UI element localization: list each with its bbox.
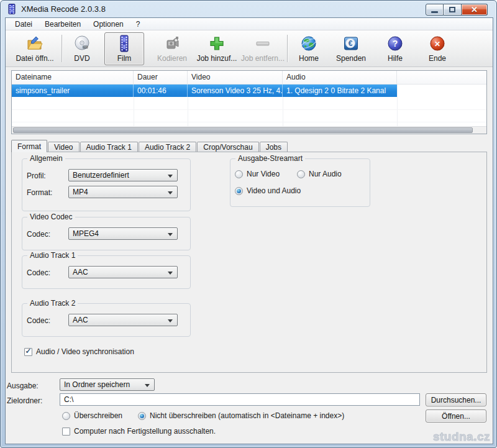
ausgabe-select[interactable]: In Ordner speichern xyxy=(60,378,155,391)
watermark: studna.cz xyxy=(433,430,490,444)
radio-label: Video und Audio xyxy=(247,186,301,195)
ausgabe-value: In Ordner speichern xyxy=(64,380,130,389)
close-button[interactable]: ✕ xyxy=(462,4,488,16)
zielordner-input[interactable]: C:\ xyxy=(60,393,420,406)
maximize-button[interactable] xyxy=(444,4,462,16)
radio-nur-audio[interactable]: Nur Audio xyxy=(297,170,342,178)
dvd-icon: DVD xyxy=(73,35,91,52)
file-list-header: Dateiname Dauer Video Audio xyxy=(12,71,486,85)
tab-video[interactable]: Video xyxy=(48,142,79,152)
toolbar-donate-button[interactable]: € Spenden xyxy=(331,32,371,65)
title-bar[interactable]: XMedia Recode 2.0.3.8 ✕ xyxy=(1,1,496,17)
toolbar-end-button[interactable]: ✕ Ende xyxy=(419,32,455,65)
menu-optionen[interactable]: Optionen xyxy=(88,19,129,30)
radio-video-und-audio[interactable]: Video und Audio xyxy=(235,186,301,195)
window-title: XMedia Recode 2.0.3.8 xyxy=(21,4,106,14)
grid-line xyxy=(12,109,486,110)
format-tab-panel: Allgemein Profil: Benutzerdefiniert Form… xyxy=(11,152,487,373)
toolbar-separator xyxy=(62,35,62,62)
checkbox-icon xyxy=(62,427,70,436)
chevron-down-icon xyxy=(168,319,173,322)
toolbar-button-label: Home xyxy=(299,54,319,63)
av-sync-checkbox[interactable]: Audio / Video synchronisation xyxy=(24,347,134,356)
radio-label: Überschreiben xyxy=(74,411,122,420)
checkbox-label: Computer nach Fertigstellung ausschalten… xyxy=(74,427,216,436)
column-header-video[interactable]: Video xyxy=(188,71,283,84)
radio-ueberschreiben[interactable]: Überschreiben xyxy=(62,411,122,420)
radio-label: Nur Video xyxy=(247,170,280,178)
column-header-dateiname[interactable]: Dateiname xyxy=(12,71,134,84)
radio-nur-video[interactable]: Nur Video xyxy=(235,170,280,178)
tab-audio-track-2[interactable]: Audio Track 2 xyxy=(139,142,196,152)
chevron-down-icon xyxy=(168,191,173,194)
tab-format[interactable]: Format xyxy=(11,140,47,152)
profil-label: Profil: xyxy=(27,171,46,180)
tab-audio-track-1[interactable]: Audio Track 1 xyxy=(80,142,138,152)
radio-icon xyxy=(138,412,146,420)
menu-bar: Datei Bearbeiten Optionen ? xyxy=(6,18,493,30)
shutdown-checkbox[interactable]: Computer nach Fertigstellung ausschalten… xyxy=(62,427,216,436)
toolbar-open-file-button[interactable]: Datei öffn... xyxy=(12,32,58,65)
allgemein-group-title: Allgemein xyxy=(27,154,65,163)
audio-track1-codec-value: AAC xyxy=(73,268,88,277)
scrollbar-thumb[interactable] xyxy=(13,127,473,133)
chevron-down-icon xyxy=(168,175,173,178)
menu-bearbeiten[interactable]: Bearbeiten xyxy=(39,19,86,30)
audio-track2-codec-select[interactable]: AAC xyxy=(68,314,178,326)
zielordner-value: C:\ xyxy=(64,395,73,404)
tab-jobs[interactable]: Jobs xyxy=(260,142,288,152)
close-icon: ✕ xyxy=(471,6,478,14)
ausgabe-label: Ausgabe: xyxy=(7,382,39,390)
column-header-dauer[interactable]: Dauer xyxy=(134,71,188,84)
toolbar-button-label: Kodieren xyxy=(157,54,187,63)
menu-help[interactable]: ? xyxy=(130,19,146,30)
format-label: Format: xyxy=(27,188,52,197)
allgemein-group: Allgemein xyxy=(22,158,191,211)
add-job-icon xyxy=(208,35,226,52)
radio-icon xyxy=(62,412,70,420)
toolbar-encode-button: Kodieren xyxy=(152,32,192,65)
toolbar-help-button[interactable]: ? Hilfe xyxy=(378,32,412,65)
file-row-selected[interactable]: simpsons_trailer 00:01:46 Sorenson Video… xyxy=(12,85,397,97)
svg-text:?: ? xyxy=(393,39,398,48)
checkbox-label: Audio / Video synchronisation xyxy=(36,347,134,356)
toolbar-separator xyxy=(287,35,288,62)
column-header-filler xyxy=(397,71,486,84)
globe-icon xyxy=(300,35,317,52)
minimize-button[interactable] xyxy=(426,4,444,16)
remove-job-icon xyxy=(254,35,271,52)
format-select[interactable]: MP4 xyxy=(68,186,178,198)
column-header-audio[interactable]: Audio xyxy=(283,71,397,84)
radio-icon xyxy=(235,170,243,178)
radio-nicht-ueberschreiben[interactable]: Nicht überschreiben (automatisch in <Dat… xyxy=(138,411,344,420)
grid-line xyxy=(12,122,486,122)
durchsuchen-button[interactable]: Durchsuchen... xyxy=(426,393,486,406)
tab-strip: Format Video Audio Track 1 Audio Track 2… xyxy=(11,140,288,152)
tab-crop-vorschau[interactable]: Crop/Vorschau xyxy=(197,142,258,152)
toolbar-button-label: Job entfern... xyxy=(241,54,285,63)
toolbar-button-label: DVD xyxy=(74,54,89,63)
toolbar-add-job-button[interactable]: Job hinzuf... xyxy=(194,32,239,65)
toolbar-film-button[interactable]: Film xyxy=(104,32,144,65)
audio-track2-group-title: Audio Track 2 xyxy=(27,299,78,308)
open-folder-icon xyxy=(26,35,43,52)
minimize-icon xyxy=(431,11,438,13)
cell-dateiname: simpsons_trailer xyxy=(12,85,134,97)
cell-video: Sorenson Video 3 25 Hz, 4... xyxy=(188,85,283,97)
profil-value: Benutzerdefiniert xyxy=(73,171,129,180)
format-value: MP4 xyxy=(73,188,88,196)
film-icon xyxy=(116,35,133,52)
video-codec-select[interactable]: MPEG4 xyxy=(68,227,178,240)
oeffnen-button[interactable]: Öffnen... xyxy=(426,409,486,423)
video-codec-group-title: Video Codec xyxy=(27,213,75,221)
horizontal-scrollbar[interactable] xyxy=(12,126,486,134)
toolbar-button-label: Film xyxy=(117,54,132,63)
streamart-group: Ausgabe-Streamart xyxy=(230,158,370,207)
svg-text:€: € xyxy=(349,39,353,48)
menu-datei[interactable]: Datei xyxy=(9,19,38,30)
toolbar-button-label: Spenden xyxy=(336,54,366,63)
toolbar-home-button[interactable]: Home xyxy=(291,32,327,65)
toolbar-dvd-button[interactable]: DVD DVD xyxy=(65,32,99,65)
audio-track1-codec-select[interactable]: AAC xyxy=(68,266,178,278)
profil-select[interactable]: Benutzerdefiniert xyxy=(68,169,178,181)
